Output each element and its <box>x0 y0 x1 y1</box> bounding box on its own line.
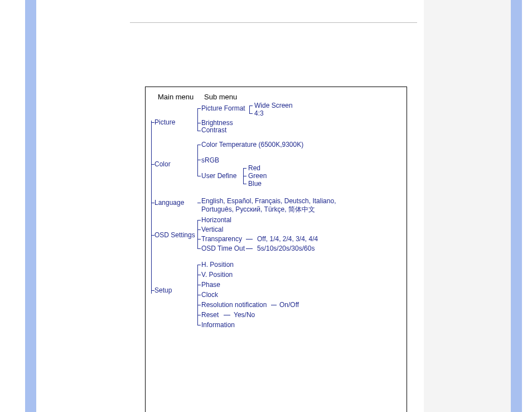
tree-dash <box>271 305 277 305</box>
opt-wide-screen: Wide Screen <box>254 102 293 109</box>
tree-tick <box>197 123 201 123</box>
tree-tick <box>197 315 201 315</box>
sub-contrast: Contrast <box>201 126 226 134</box>
page-gutter-right <box>511 0 522 412</box>
sub-language-values: English, Español, Français, Deutsch, Ita… <box>201 197 369 214</box>
tree-tick <box>197 220 201 221</box>
opt-blue: Blue <box>248 180 262 188</box>
opt-four-three: 4:3 <box>254 109 264 117</box>
main-item-osd-settings: OSD Settings <box>154 231 195 239</box>
tree-line <box>249 106 250 113</box>
val-osd-timeout: 5s/10s/20s/30s/60s <box>257 245 315 252</box>
tree-tick <box>197 229 201 230</box>
main-item-setup: Setup <box>154 286 172 294</box>
sub-resolution-notification: Resolution notification <box>201 301 267 309</box>
tree-line <box>197 108 198 131</box>
sub-osd-timeout: OSD Time Out <box>201 245 245 252</box>
document-page: Main menu Sub menu Picture Color Languag… <box>36 0 424 412</box>
main-item-picture: Picture <box>154 118 175 126</box>
tree-tick <box>243 168 246 169</box>
val-reset: Yes/No <box>234 311 255 319</box>
opt-red: Red <box>248 164 260 172</box>
page-background: Main menu Sub menu Picture Color Languag… <box>36 0 511 412</box>
tree-tick <box>197 305 201 305</box>
tree-tick <box>197 325 201 325</box>
sub-user-define: User Define <box>201 172 236 180</box>
tree-line <box>197 145 198 176</box>
tree-tick <box>197 285 201 285</box>
sub-clock: Clock <box>201 291 218 299</box>
sub-brightness: Brightness <box>201 119 233 127</box>
divider-line <box>130 22 417 23</box>
sub-osd-vertical: Vertical <box>201 226 223 233</box>
sub-color-temperature: Color Temperature (6500K,9300K) <box>201 141 303 148</box>
opt-green: Green <box>248 172 267 180</box>
sub-srgb: sRGB <box>201 156 219 164</box>
tree-tick <box>197 145 201 145</box>
osd-menu-diagram: Main menu Sub menu Picture Color Languag… <box>145 87 407 412</box>
tree-tick <box>197 239 201 239</box>
tree-dash <box>224 315 230 315</box>
tree-tick <box>197 160 201 160</box>
val-osd-transparency: Off, 1/4, 2/4, 3/4, 4/4 <box>257 235 318 243</box>
main-item-color: Color <box>154 160 171 168</box>
tree-tick <box>249 106 253 106</box>
sub-information: Information <box>201 321 235 329</box>
tree-tick <box>197 295 201 295</box>
tree-root-line <box>151 121 152 294</box>
tree-tick <box>197 203 201 203</box>
sub-h-position: H. Position <box>201 261 234 269</box>
tree-tick <box>197 275 201 275</box>
tree-tick <box>249 113 253 114</box>
tree-tick <box>197 131 201 131</box>
tree-tick <box>197 108 201 109</box>
header-sub-menu: Sub menu <box>204 93 237 101</box>
tree-line <box>197 220 198 248</box>
val-resolution-notification: On/Off <box>279 301 299 309</box>
tree-dash <box>246 239 253 239</box>
tree-tick <box>197 265 201 265</box>
tree-dash <box>246 248 253 249</box>
tree-tick <box>197 176 201 176</box>
main-item-language: Language <box>154 199 184 207</box>
sub-osd-horizontal: Horizontal <box>201 216 231 224</box>
sub-v-position: V. Position <box>201 271 233 279</box>
sub-osd-transparency: Transparency <box>201 235 242 243</box>
tree-tick <box>197 248 201 249</box>
header-main-menu: Main menu <box>158 93 194 101</box>
sub-reset: Reset <box>201 311 219 319</box>
tree-tick <box>243 184 246 184</box>
sub-phase: Phase <box>201 281 220 289</box>
tree-tick <box>243 176 246 176</box>
page-gutter-left <box>25 0 36 412</box>
sub-picture-format: Picture Format <box>201 104 245 112</box>
